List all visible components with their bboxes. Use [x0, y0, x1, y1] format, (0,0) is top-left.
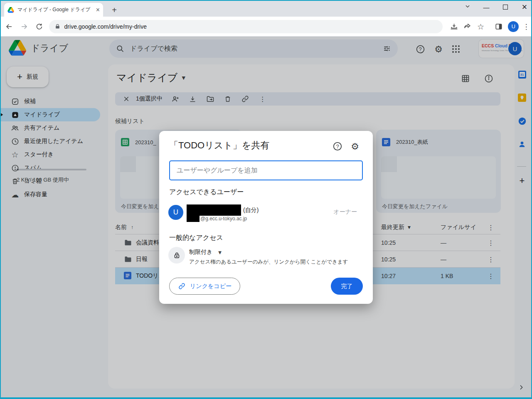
access-level-dropdown[interactable]: 制限付き ▼: [189, 249, 222, 256]
dialog-settings-gear-icon[interactable]: ⚙: [350, 141, 360, 152]
browser-avatar[interactable]: U: [508, 21, 519, 32]
share-icon[interactable]: [462, 21, 473, 32]
copy-link-button[interactable]: リンクをコピー: [169, 278, 240, 295]
access-description: アクセス権のあるユーザーのみが、リンクから開くことができます: [189, 259, 348, 266]
people-with-access-heading: アクセスできるユーザー: [169, 188, 244, 197]
tab-search-icon[interactable]: [465, 3, 470, 9]
omnibox[interactable]: drive.google.com/drive/my-drive: [49, 20, 443, 33]
owner-avatar: U: [168, 205, 183, 220]
reload-icon[interactable]: [33, 21, 45, 32]
save-page-icon[interactable]: [448, 21, 460, 32]
back-icon[interactable]: [3, 21, 15, 32]
drive-favicon: [7, 7, 14, 13]
window-maximize-button[interactable]: [501, 3, 510, 11]
drive-app: ドライブ ? ⚙ ECCS Cloud Mail Information Tec…: [0, 37, 532, 397]
browser-tab[interactable]: マイドライブ - Google ドライブ ×: [4, 3, 103, 17]
owner-role-label: オーナー: [333, 208, 357, 216]
redacted-email-localpart: [187, 215, 200, 222]
redacted-owner-name: [187, 204, 241, 216]
general-access-heading: 一般的なアクセス: [169, 234, 223, 242]
new-tab-button[interactable]: +: [109, 5, 120, 15]
owner-self-label: (自分): [243, 207, 259, 214]
link-icon: [178, 282, 186, 290]
restricted-lock-icon: [168, 247, 185, 264]
browser-tab-bar: マイドライブ - Google ドライブ × + — ×: [0, 0, 532, 17]
forward-icon[interactable]: [18, 21, 30, 32]
window-close-button[interactable]: ×: [520, 3, 529, 11]
browser-address-bar: drive.google.com/drive/my-drive ☆ U ⋮: [0, 17, 532, 37]
bookmark-star-icon[interactable]: ☆: [475, 21, 487, 32]
browser-menu-kebab-icon[interactable]: ⋮: [520, 21, 532, 32]
share-dialog-title: 「TODOリスト」を共有: [169, 139, 269, 152]
tab-close-icon[interactable]: ×: [96, 7, 100, 13]
add-people-input[interactable]: [169, 160, 363, 180]
dialog-help-icon[interactable]: ?: [332, 141, 343, 152]
lock-icon: [55, 24, 60, 29]
dropdown-caret-icon: ▼: [218, 250, 222, 255]
done-button[interactable]: 完了: [331, 278, 363, 295]
url-text: drive.google.com/drive/my-drive: [64, 23, 147, 30]
window-minimize-button[interactable]: —: [482, 3, 490, 11]
share-dialog: 「TODOリスト」を共有 ? ⚙ アクセスできるユーザー U (自分) @g.e…: [159, 131, 373, 304]
owner-email-domain: @g.ecc.u-tokyo.ac.jp: [200, 216, 247, 222]
side-panel-icon[interactable]: [493, 21, 505, 32]
copy-link-label: リンクをコピー: [190, 283, 232, 290]
tab-title: マイドライブ - Google ドライブ: [17, 6, 93, 13]
